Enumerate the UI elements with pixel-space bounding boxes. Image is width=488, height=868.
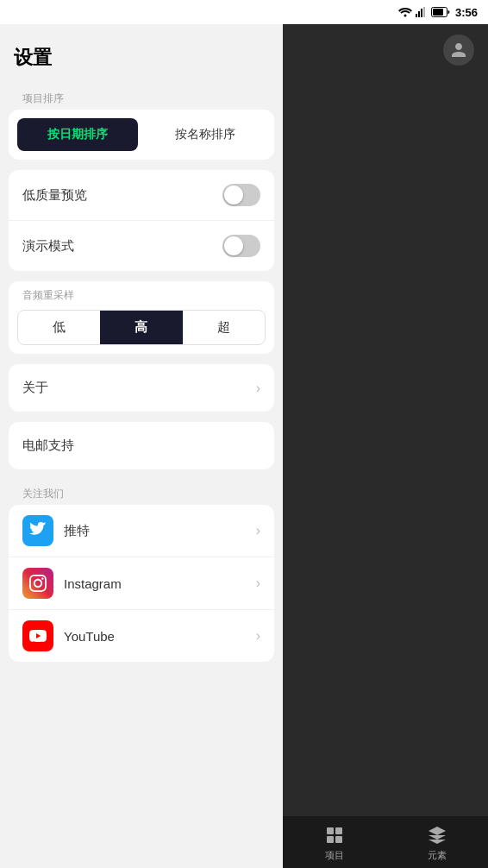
status-icons (398, 7, 450, 17)
status-bar: 3:56 (0, 0, 488, 24)
audio-super-button[interactable]: 超 (183, 311, 265, 344)
nav-elements[interactable]: 元素 (425, 823, 449, 862)
svg-rect-8 (423, 7, 425, 17)
about-label: 关于 (22, 380, 48, 396)
audio-section: 音频重采样 低 高 超 (9, 281, 274, 354)
svg-rect-0 (327, 827, 334, 834)
svg-rect-5 (416, 14, 417, 17)
profile-icon[interactable] (443, 35, 474, 66)
follow-card: 推特 › Instagram › YouTube › (9, 505, 274, 662)
signal-icon (416, 7, 428, 17)
email-label: 电邮支持 (22, 437, 74, 454)
svg-rect-7 (421, 9, 422, 17)
svg-rect-1 (335, 827, 342, 834)
sort-buttons-group: 按日期排序 按名称排序 (9, 110, 274, 160)
sort-card: 按日期排序 按名称排序 (9, 110, 274, 160)
sort-by-date-button[interactable]: 按日期排序 (17, 118, 138, 151)
audio-label: 音频重采样 (17, 288, 266, 310)
settings-panel: 设置 项目排序 按日期排序 按名称排序 低质量预览 演示模式 音频重采样 低 高… (0, 0, 283, 868)
twitter-label: 推特 (64, 523, 256, 539)
follow-section-label: 关注我们 (9, 480, 274, 505)
right-panel: 项目 元素 (283, 0, 488, 868)
sort-section-label: 项目排序 (9, 85, 274, 110)
youtube-chevron-icon: › (256, 628, 260, 644)
email-card: 电邮支持 (9, 422, 274, 469)
toggle-card: 低质量预览 演示模式 (9, 170, 274, 271)
instagram-row[interactable]: Instagram › (9, 557, 274, 610)
youtube-row[interactable]: YouTube › (9, 610, 274, 662)
twitter-row[interactable]: 推特 › (9, 505, 274, 557)
projects-nav-label: 项目 (325, 849, 344, 862)
status-time: 3:56 (455, 6, 478, 19)
audio-buttons-group: 低 高 超 (17, 310, 266, 345)
right-spacer (283, 76, 488, 868)
audio-high-button[interactable]: 高 (100, 311, 182, 344)
audio-low-button[interactable]: 低 (18, 311, 100, 344)
low-quality-label: 低质量预览 (22, 187, 87, 204)
elements-icon (425, 823, 449, 847)
demo-mode-toggle[interactable] (222, 235, 260, 257)
instagram-label: Instagram (64, 576, 256, 591)
youtube-label: YouTube (64, 629, 256, 644)
bell-icon-placeholder (297, 35, 328, 66)
elements-nav-label: 元素 (428, 849, 447, 862)
about-row[interactable]: 关于 › (9, 364, 274, 412)
about-chevron-icon: › (256, 381, 260, 396)
battery-icon (431, 7, 450, 17)
svg-rect-6 (418, 11, 420, 17)
low-quality-toggle[interactable] (222, 184, 260, 206)
svg-rect-3 (335, 836, 342, 843)
projects-icon (322, 823, 347, 847)
svg-rect-10 (433, 9, 443, 16)
sort-by-name-button[interactable]: 按名称排序 (145, 118, 266, 151)
svg-point-4 (404, 15, 406, 17)
wifi-icon (398, 7, 412, 17)
demo-mode-row: 演示模式 (9, 221, 274, 271)
about-card: 关于 › (9, 364, 274, 412)
svg-rect-2 (327, 836, 334, 843)
email-row[interactable]: 电邮支持 (9, 422, 274, 469)
right-top-icons (283, 24, 488, 76)
instagram-icon (22, 568, 53, 599)
instagram-chevron-icon: › (256, 576, 260, 591)
demo-mode-label: 演示模式 (22, 238, 74, 255)
twitter-chevron-icon: › (256, 523, 260, 538)
nav-projects[interactable]: 项目 (322, 823, 347, 862)
low-quality-row: 低质量预览 (9, 170, 274, 221)
twitter-icon (22, 515, 53, 546)
audio-card: 音频重采样 低 高 超 (9, 281, 274, 354)
bottom-nav: 项目 元素 (283, 816, 488, 868)
youtube-icon (22, 620, 53, 651)
